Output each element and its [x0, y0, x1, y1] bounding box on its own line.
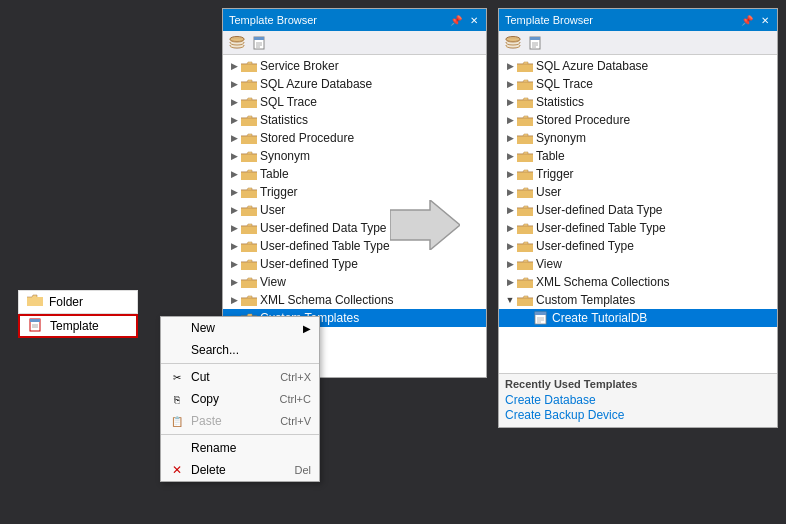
left-panel-icons: 📌 ✕	[448, 14, 480, 27]
folder-icon-sql-trace	[241, 95, 257, 109]
left-tree-item-sql-trace[interactable]: ▶ SQL Trace	[223, 93, 486, 111]
menu-copy[interactable]: ⎘ Copy Ctrl+C	[161, 388, 319, 410]
recently-used-create-backup-device[interactable]: Create Backup Device	[505, 408, 771, 422]
right-tree-item-sql-azure-database-r[interactable]: ▶ SQL Azure Database	[499, 57, 777, 75]
expand-icon-sql-trace-r: ▶	[503, 77, 517, 91]
tree-label-xml-schema-collections: XML Schema Collections	[260, 293, 394, 307]
right-tree-item-user-defined-type-r[interactable]: ▶ User-defined Type	[499, 237, 777, 255]
right-tree-item-user-r[interactable]: ▶ User	[499, 183, 777, 201]
menu-delete-icon: ✕	[169, 462, 185, 478]
right-toolbar-template-icon[interactable]	[526, 34, 546, 52]
tree-label-sql-trace-r: SQL Trace	[536, 77, 593, 91]
tree-label-xml-schema-collections-r: XML Schema Collections	[536, 275, 670, 289]
folder-icon-user-defined-type-r	[517, 239, 533, 253]
svg-rect-25	[530, 37, 540, 40]
right-tree-item-create-tutorialdb[interactable]: Create TutorialDB	[499, 309, 777, 327]
svg-rect-36	[517, 190, 533, 198]
left-toolbar-template-icon[interactable]	[250, 34, 270, 52]
folder-icon-custom-templates-r	[517, 293, 533, 307]
folder-icon-stored-procedure	[241, 131, 257, 145]
right-panel-header: Template Browser 📌 ✕	[499, 9, 777, 31]
left-tree-item-view[interactable]: ▶ View	[223, 273, 486, 291]
menu-paste[interactable]: 📋 Paste Ctrl+V	[161, 410, 319, 432]
svg-rect-14	[241, 190, 257, 198]
folder-icon-synonym	[241, 149, 257, 163]
right-close-icon[interactable]: ✕	[759, 14, 771, 27]
left-close-icon[interactable]: ✕	[468, 14, 480, 27]
recently-used-create-database[interactable]: Create Database	[505, 393, 771, 407]
svg-rect-20	[241, 298, 257, 306]
svg-rect-33	[517, 136, 533, 144]
right-tree-item-user-defined-table-type-r[interactable]: ▶ User-defined Table Type	[499, 219, 777, 237]
right-tree-item-xml-schema-collections-r[interactable]: ▶ XML Schema Collections	[499, 273, 777, 291]
tree-label-service-broker: Service Broker	[260, 59, 339, 73]
expand-icon-statistics: ▶	[227, 113, 241, 127]
tree-label-user-defined-type: User-defined Type	[260, 257, 358, 271]
svg-rect-31	[517, 100, 533, 108]
tree-label-sql-azure-database-r: SQL Azure Database	[536, 59, 648, 73]
menu-copy-shortcut: Ctrl+C	[280, 393, 311, 405]
menu-cut[interactable]: ✂ Cut Ctrl+X	[161, 366, 319, 388]
right-toolbar-db-icon[interactable]	[503, 34, 523, 52]
right-tree-item-synonym-r[interactable]: ▶ Synonym	[499, 129, 777, 147]
left-tree-item-stored-procedure[interactable]: ▶ Stored Procedure	[223, 129, 486, 147]
left-tree-item-sql-azure-database[interactable]: ▶ SQL Azure Database	[223, 75, 486, 93]
right-tree-item-view-r[interactable]: ▶ View	[499, 255, 777, 273]
tree-label-synonym-r: Synonym	[536, 131, 586, 145]
svg-rect-19	[241, 280, 257, 288]
svg-rect-42	[517, 298, 533, 306]
left-tree-item-user-defined-type[interactable]: ▶ User-defined Type	[223, 255, 486, 273]
tree-label-stored-procedure: Stored Procedure	[260, 131, 354, 145]
right-tree-item-trigger-r[interactable]: ▶ Trigger	[499, 165, 777, 183]
svg-rect-41	[517, 280, 533, 288]
folder-icon-xml-schema-collections	[241, 293, 257, 307]
left-tree-item-xml-schema-collections[interactable]: ▶ XML Schema Collections	[223, 291, 486, 309]
right-tree-item-table-r[interactable]: ▶ Table	[499, 147, 777, 165]
template-doc-icon	[28, 318, 44, 335]
svg-marker-48	[390, 200, 460, 250]
template-item[interactable]: Template	[18, 314, 138, 338]
menu-new[interactable]: New ▶	[161, 317, 319, 339]
folder-icon-sql-trace-r	[517, 77, 533, 91]
left-tree-item-service-broker[interactable]: ▶ Service Broker	[223, 57, 486, 75]
expand-icon-xml-schema-collections: ▶	[227, 293, 241, 307]
folder-icon-trigger-r	[517, 167, 533, 181]
expand-icon-user-defined-data-type: ▶	[227, 221, 241, 235]
expand-icon-stored-procedure: ▶	[227, 131, 241, 145]
left-tree-item-trigger[interactable]: ▶ Trigger	[223, 183, 486, 201]
left-pin-icon[interactable]: 📌	[448, 14, 464, 27]
svg-rect-8	[241, 82, 257, 90]
folder-icon-user-defined-data-type	[241, 221, 257, 235]
menu-rename[interactable]: Rename	[161, 437, 319, 459]
svg-rect-44	[535, 312, 546, 315]
tree-label-statistics: Statistics	[260, 113, 308, 127]
folder-icon-table	[241, 167, 257, 181]
folder-icon-sql-azure-database	[241, 77, 257, 91]
left-tree-item-statistics[interactable]: ▶ Statistics	[223, 111, 486, 129]
menu-search[interactable]: Search...	[161, 339, 319, 361]
tree-label-table-r: Table	[536, 149, 565, 163]
expand-icon-trigger: ▶	[227, 185, 241, 199]
right-tree-item-statistics-r[interactable]: ▶ Statistics	[499, 93, 777, 111]
expand-icon-synonym-r: ▶	[503, 131, 517, 145]
right-tree-item-stored-procedure-r[interactable]: ▶ Stored Procedure	[499, 111, 777, 129]
tree-label-trigger: Trigger	[260, 185, 298, 199]
left-panel-title: Template Browser	[229, 14, 317, 26]
right-tree-item-sql-trace-r[interactable]: ▶ SQL Trace	[499, 75, 777, 93]
folder-icon-statistics	[241, 113, 257, 127]
left-tree-item-synonym[interactable]: ▶ Synonym	[223, 147, 486, 165]
right-pin-icon[interactable]: 📌	[739, 14, 755, 27]
folder-icon	[27, 294, 43, 310]
expand-icon-view: ▶	[227, 275, 241, 289]
folder-icon-synonym-r	[517, 131, 533, 145]
left-toolbar-db-icon[interactable]	[227, 34, 247, 52]
expand-icon-sql-azure-database-r: ▶	[503, 59, 517, 73]
right-tree-item-custom-templates-r[interactable]: ▼ Custom Templates	[499, 291, 777, 309]
right-tree-item-user-defined-data-type-r[interactable]: ▶ User-defined Data Type	[499, 201, 777, 219]
menu-copy-icon: ⎘	[169, 391, 185, 407]
menu-delete[interactable]: ✕ Delete Del	[161, 459, 319, 481]
folder-item[interactable]: Folder	[18, 290, 138, 314]
menu-cut-shortcut: Ctrl+X	[280, 371, 311, 383]
left-tree-item-table[interactable]: ▶ Table	[223, 165, 486, 183]
menu-new-label: New	[191, 321, 297, 335]
